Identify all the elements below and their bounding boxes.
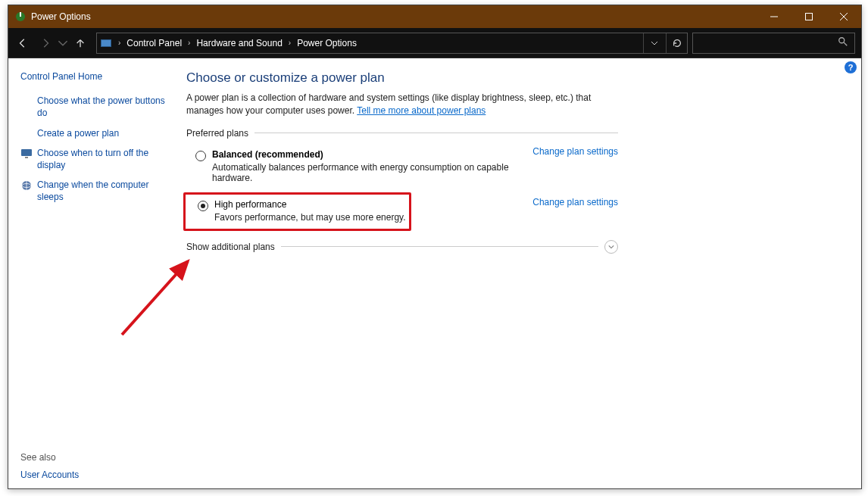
- chevron-right-icon: ›: [183, 39, 195, 47]
- back-button[interactable]: [11, 32, 34, 55]
- plan-title[interactable]: High performance: [214, 199, 406, 210]
- breadcrumb-item[interactable]: Power Options: [295, 38, 358, 48]
- maximize-button[interactable]: [792, 5, 826, 28]
- svg-point-8: [839, 38, 845, 43]
- chevron-right-icon: ›: [284, 39, 295, 47]
- page-description: A power plan is a collection of hardware…: [186, 92, 626, 117]
- plan-row-high-performance: High performance Favors performance, but…: [186, 189, 618, 236]
- address-bar[interactable]: › Control Panel › Hardware and Sound › P…: [96, 33, 688, 54]
- help-icon[interactable]: ?: [845, 61, 857, 73]
- sidebar-link[interactable]: Change when the computer sleeps: [37, 179, 167, 203]
- monitor-icon: [20, 148, 33, 160]
- sidebar-item-computer-sleeps[interactable]: Change when the computer sleeps: [20, 179, 167, 203]
- search-input[interactable]: [692, 33, 855, 54]
- svg-line-9: [844, 42, 847, 45]
- learn-more-link[interactable]: Tell me more about power plans: [357, 105, 486, 116]
- plan-title[interactable]: Balanced (recommended): [212, 149, 517, 160]
- control-panel-home-link[interactable]: Control Panel Home: [20, 70, 167, 83]
- sidebar-link[interactable]: Choose what the power buttons do: [37, 95, 167, 119]
- plan-subtitle: Favors performance, but may use more ene…: [214, 212, 406, 223]
- search-icon: [838, 36, 848, 49]
- breadcrumb-item[interactable]: Hardware and Sound: [195, 38, 283, 48]
- main-panel: Choose or customize a power plan A power…: [171, 58, 861, 488]
- content-area: ? Control Panel Home Choose what the pow…: [8, 58, 861, 488]
- address-dropdown[interactable]: [643, 33, 664, 53]
- sidebar: Control Panel Home Choose what the power…: [8, 58, 171, 488]
- page-heading: Choose or customize a power plan: [186, 70, 838, 86]
- sidebar-item-power-buttons[interactable]: Choose what the power buttons do: [20, 95, 167, 119]
- sidebar-link[interactable]: Create a power plan: [37, 127, 119, 139]
- chevron-down-icon[interactable]: [604, 240, 618, 254]
- globe-icon: [20, 179, 33, 192]
- divider-line: [254, 133, 618, 133]
- annotation-highlight: High performance Favors performance, but…: [183, 192, 411, 231]
- change-plan-settings-link[interactable]: Change plan settings: [517, 146, 618, 157]
- svg-rect-1: [20, 12, 21, 17]
- svg-rect-10: [21, 149, 32, 156]
- titlebar: Power Options: [8, 5, 861, 28]
- radio-high-performance[interactable]: [198, 201, 208, 211]
- navbar: › Control Panel › Hardware and Sound › P…: [8, 28, 861, 58]
- plan-row-balanced: Balanced (recommended) Automatically bal…: [186, 146, 618, 189]
- change-plan-settings-link[interactable]: Change plan settings: [517, 197, 618, 207]
- see-also-label: See also: [20, 452, 167, 463]
- see-also-user-accounts[interactable]: User Accounts: [20, 469, 79, 480]
- window-frame: Power Options: [8, 5, 862, 489]
- location-icon: [100, 37, 112, 49]
- preferred-plans-header: Preferred plans: [186, 128, 618, 139]
- chevron-right-icon: ›: [114, 39, 125, 47]
- window-controls: [757, 5, 861, 28]
- preferred-plans-label: Preferred plans: [186, 128, 248, 139]
- refresh-button[interactable]: [666, 33, 687, 53]
- window-title: Power Options: [31, 11, 757, 22]
- svg-rect-11: [25, 157, 28, 158]
- see-also-section: See also User Accounts: [20, 437, 167, 481]
- up-button[interactable]: [69, 32, 92, 55]
- close-button[interactable]: [826, 5, 861, 28]
- sidebar-item-create-plan[interactable]: Create a power plan: [20, 127, 167, 139]
- breadcrumb-item[interactable]: Control Panel: [125, 38, 183, 48]
- sidebar-link[interactable]: Choose when to turn off the display: [37, 147, 167, 171]
- svg-rect-3: [806, 14, 813, 20]
- recent-dropdown[interactable]: [57, 32, 69, 55]
- show-additional-plans-toggle[interactable]: Show additional plans: [186, 240, 618, 254]
- sidebar-item-turn-off-display[interactable]: Choose when to turn off the display: [20, 147, 167, 171]
- radio-balanced[interactable]: [195, 151, 206, 161]
- forward-button[interactable]: [34, 32, 57, 55]
- divider-line: [281, 246, 598, 247]
- minimize-button[interactable]: [757, 5, 792, 28]
- svg-rect-7: [101, 40, 111, 46]
- plan-subtitle: Automatically balances performance with …: [212, 162, 517, 183]
- app-icon: [14, 11, 27, 23]
- show-additional-label: Show additional plans: [186, 242, 275, 252]
